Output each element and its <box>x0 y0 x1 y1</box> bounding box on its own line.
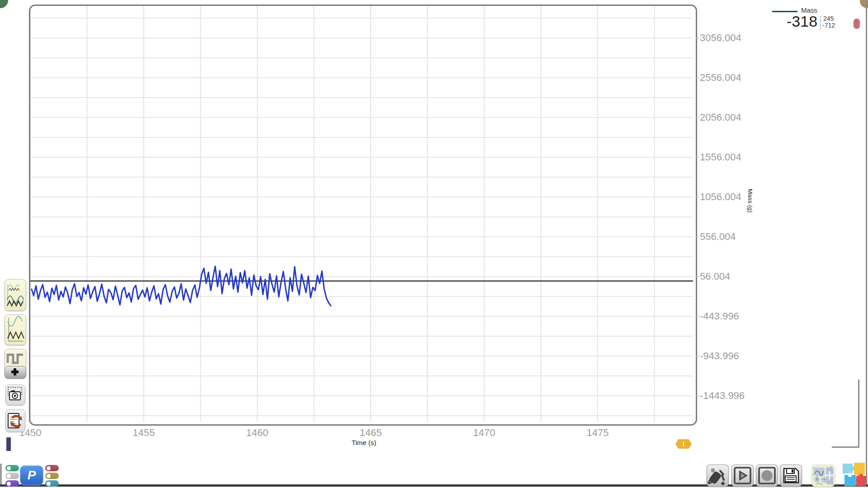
refresh-document-button[interactable] <box>5 409 25 432</box>
camera-icon <box>6 385 24 404</box>
sine-triangle-waves-icon <box>5 315 25 344</box>
x-tick-label: 1460 <box>230 427 284 439</box>
toggle-purple[interactable] <box>5 480 19 487</box>
x-tick-label: 1465 <box>344 427 398 439</box>
y-tick-mark <box>696 197 699 197</box>
floppy-disk-icon <box>780 465 802 487</box>
mass-vs-time-chart <box>30 6 693 422</box>
add-display-button[interactable] <box>811 465 835 487</box>
scroll-position-indicator[interactable] <box>6 437 11 451</box>
document-refresh-icon <box>6 410 24 431</box>
y-tick-label: -943.996 <box>700 350 759 362</box>
y-tick-mark <box>696 395 699 396</box>
app-window: { "ui": { "legend": { "series_label": "M… <box>0 0 868 488</box>
y-tick-label: 56.004 <box>700 271 759 282</box>
stacked-waveforms-icon <box>5 280 25 310</box>
toggle-teal[interactable] <box>45 480 59 487</box>
puzzle-pieces-icon <box>840 463 866 487</box>
warning-badge[interactable]: ! <box>675 439 692 449</box>
legend[interactable]: Mass -318 245 -712 <box>769 4 863 32</box>
legend-max-value: 245 <box>823 15 834 22</box>
record-circle-icon <box>756 465 778 487</box>
plus-icon <box>5 366 26 379</box>
snapshot-button[interactable] <box>5 385 25 405</box>
mass-trace <box>32 266 331 306</box>
right-window-edge <box>866 0 867 484</box>
y-tick-mark <box>696 38 699 38</box>
play-button[interactable] <box>731 465 754 487</box>
add-display-icon <box>811 465 835 487</box>
y-tick-mark <box>696 77 699 78</box>
waveform-pair-display-button[interactable] <box>5 314 26 345</box>
y-axis-title: Mass (g) <box>747 189 754 213</box>
toggle-maroon[interactable] <box>45 465 59 471</box>
y-tick-label: -1443.996 <box>700 390 759 402</box>
add-square-wave-button[interactable] <box>5 349 26 379</box>
x-tick-label: 1455 <box>117 427 171 439</box>
plugins-button[interactable] <box>840 463 866 487</box>
left-window-edge <box>0 464 2 484</box>
corner-accent-green <box>0 0 8 8</box>
stamp-tool-button[interactable] <box>707 465 729 487</box>
x-tick-label: 1475 <box>571 427 625 439</box>
y-tick-mark <box>696 316 699 317</box>
play-icon <box>731 465 754 487</box>
y-tick-mark <box>696 117 699 118</box>
legend-status-indicator <box>854 19 860 29</box>
app-logo-letter: P <box>28 468 36 483</box>
multi-waveform-display-button[interactable] <box>5 279 26 311</box>
square-wave-plus-icon <box>5 349 25 366</box>
toggle-dot <box>7 482 11 486</box>
y-tick-mark <box>696 236 699 237</box>
toggle-dot <box>7 474 11 478</box>
toggle-dot <box>47 466 51 470</box>
y-tick-label: -443.996 <box>700 310 759 322</box>
y-tick-mark <box>696 276 699 277</box>
x-axis-title: Time (s) <box>337 439 391 446</box>
background-panel-corner <box>832 380 859 448</box>
legend-current-value: -318 <box>787 13 817 30</box>
toggle-green[interactable] <box>5 465 19 471</box>
toggle-dot <box>47 482 51 486</box>
y-tick-mark <box>696 356 699 357</box>
toggle-olive[interactable] <box>45 473 59 479</box>
y-tick-label: 2056.004 <box>700 112 759 123</box>
chart-panel[interactable] <box>29 5 697 426</box>
legend-series-line-swatch <box>772 11 797 12</box>
record-button[interactable] <box>756 465 778 487</box>
y-tick-label: 3056.004 <box>700 32 759 44</box>
y-tick-label: 556.004 <box>700 231 759 243</box>
legend-min-value: -712 <box>822 22 835 29</box>
toggle-dot <box>47 474 51 478</box>
legend-divider <box>820 16 821 30</box>
x-tick-label: 1470 <box>457 427 511 439</box>
toggle-dot <box>7 466 11 470</box>
save-button[interactable] <box>780 465 802 487</box>
y-tick-label: 2556.004 <box>700 72 759 84</box>
y-tick-mark <box>696 157 699 158</box>
stamp-plus-icon <box>707 465 729 487</box>
y-tick-label: 1556.004 <box>700 151 759 163</box>
toggle-gray[interactable] <box>5 473 19 479</box>
app-logo[interactable]: P <box>20 465 43 485</box>
